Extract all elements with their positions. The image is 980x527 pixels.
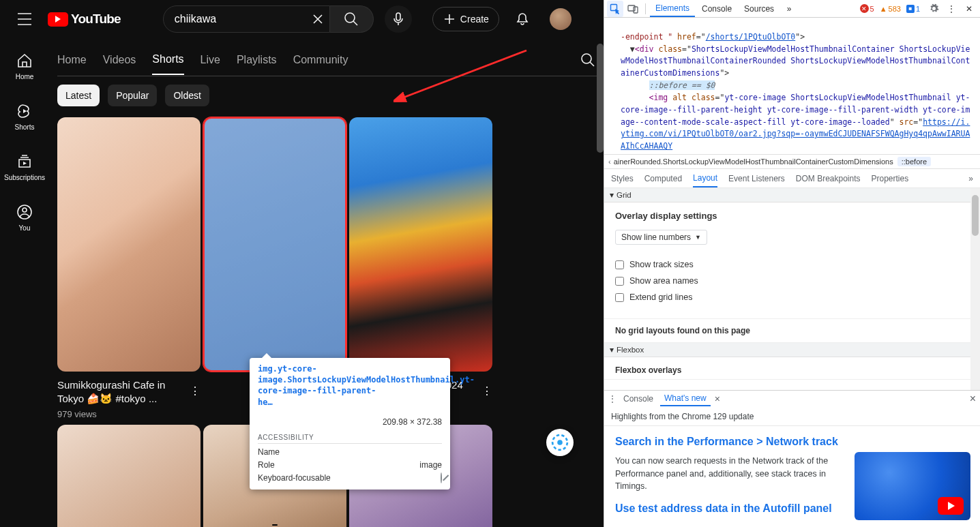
devtools-more-tabs[interactable]: »	[781, 1, 797, 17]
youtube-play-icon	[48, 12, 68, 27]
elements-dom-tree[interactable]: -endpoint " href="/shorts/1PQtuOlbOT0"> …	[604, 18, 980, 154]
voice-search-button[interactable]	[385, 5, 412, 33]
inspect-element-button[interactable]	[607, 1, 623, 17]
extension-badge[interactable]	[546, 429, 574, 456]
subtabs-more[interactable]: »	[968, 174, 973, 183]
search-clear-button[interactable]	[311, 12, 325, 26]
tooltip-dimensions: 209.98 × 372.38	[383, 417, 442, 427]
not-focusable-icon	[441, 472, 442, 483]
grid-section-header[interactable]: ▾ Grid	[604, 188, 980, 202]
grid-dropdown[interactable]: Show line numbers ▼	[615, 230, 707, 245]
youtube-header: YouTube Create	[0, 0, 604, 38]
subtab-computed[interactable]: Computed	[644, 170, 682, 187]
flexbox-section-header[interactable]: ▾ Flexbox	[604, 343, 980, 357]
drawer-tab-console[interactable]: Console	[619, 392, 657, 406]
warning-count[interactable]: ▲583	[880, 5, 901, 13]
subtab-properties[interactable]: Properties	[872, 170, 909, 187]
subtab-styles[interactable]: Styles	[611, 170, 634, 187]
account-avatar[interactable]	[550, 8, 571, 30]
devtools-settings-button[interactable]	[925, 1, 942, 17]
subtab-layout[interactable]: Layout	[693, 170, 717, 187]
drawer-tablist: ⋮ Console What's new × ×	[604, 390, 980, 408]
drawer-kebab[interactable]: ⋮	[608, 394, 617, 404]
mini-sidebar: Home Shorts Subscriptions You	[0, 38, 49, 527]
article-body: You can now search requests in the Netwo…	[615, 455, 833, 493]
sort-chip-row: Latest Popular Oldest	[57, 85, 604, 106]
notifications-button[interactable]	[509, 5, 536, 33]
device-toolbar-button[interactable]	[625, 1, 641, 17]
youtube-logo-text: YouTube	[71, 12, 121, 27]
chip-popular[interactable]: Popular	[108, 85, 157, 106]
channel-search-button[interactable]	[580, 52, 595, 67]
check-track-sizes[interactable]: Show track sizes	[615, 260, 969, 269]
create-button[interactable]: Create	[432, 7, 499, 31]
tooltip-accessibility-heading: ACCESSIBILITY	[258, 434, 442, 444]
short-more-button[interactable]: ⋮	[479, 382, 495, 399]
tab-videos[interactable]: Videos	[103, 54, 136, 74]
devtools-toolbar: Elements Console Sources » ✕5 ▲583 ■1 ⋮ …	[604, 0, 980, 18]
guide-menu-button[interactable]	[11, 5, 38, 33]
flexbox-overlays-heading: Flexbox overlays	[615, 365, 969, 375]
devtools-inspector-tooltip: img.yt-core-image.ShortsLockupViewModelH…	[250, 358, 450, 490]
search-bar	[163, 5, 374, 33]
svg-rect-10	[634, 7, 638, 13]
issue-count[interactable]: ■1	[906, 5, 920, 13]
overlay-settings-heading: Overlay display settings	[615, 211, 969, 221]
breadcrumb-bar[interactable]: ‹ ainerRounded.ShortsLockupViewModelHost…	[604, 154, 980, 169]
drawer-tab-whatsnew[interactable]: What's new	[660, 391, 711, 406]
tab-live[interactable]: Live	[201, 54, 220, 74]
no-grid-message: No grid layouts found on this page	[604, 319, 980, 343]
svg-point-4	[582, 54, 591, 63]
scrollbar-thumb[interactable]	[597, 44, 604, 153]
search-input[interactable]	[175, 13, 311, 25]
short-title: Sumikkogurashi Cafe in Tokyo 🍰🐱 #tokyo .…	[57, 378, 201, 406]
tab-playlists[interactable]: Playlists	[237, 54, 277, 74]
sidebar-item-shorts[interactable]: Shorts	[0, 91, 49, 142]
chip-latest[interactable]: Latest	[57, 85, 100, 106]
short-more-button[interactable]: ⋮	[187, 382, 203, 399]
drawer-close[interactable]: ×	[970, 393, 976, 405]
article-heading: Search in the Performance > Network trac…	[615, 436, 969, 448]
tab-shorts[interactable]: Shorts	[152, 53, 183, 75]
short-thumbnail[interactable]	[57, 425, 201, 528]
chip-oldest[interactable]: Oldest	[165, 85, 209, 106]
tab-home[interactable]: Home	[57, 54, 87, 74]
devtools-tab-console[interactable]: Console	[696, 1, 737, 16]
whatsnew-subtitle: Highlights from the Chrome 129 update	[604, 408, 980, 426]
youtube-logo[interactable]: YouTube	[44, 12, 130, 27]
error-count[interactable]: ✕5	[860, 4, 874, 13]
create-label: Create	[460, 14, 489, 25]
styles-subtabs: Styles Computed Layout Event Listeners D…	[604, 169, 980, 188]
subtab-event-listeners[interactable]: Event Listeners	[728, 170, 785, 187]
sidebar-item-home[interactable]: Home	[0, 41, 49, 91]
svg-point-7	[557, 440, 563, 445]
breadcrumb-pseudo[interactable]: ::before	[897, 157, 931, 166]
channel-tablist: Home Videos Shorts Live Playlists Commun…	[57, 44, 604, 76]
breadcrumb-scroll-left[interactable]: ‹	[608, 157, 611, 166]
devtools-panel: Elements Console Sources » ✕5 ▲583 ■1 ⋮ …	[604, 0, 980, 527]
short-thumbnail[interactable]	[57, 117, 201, 372]
article-thumbnail	[855, 452, 970, 520]
devtools-tab-sources[interactable]: Sources	[739, 1, 779, 16]
short-thumbnail-highlighted[interactable]	[203, 117, 346, 372]
check-extend-lines[interactable]: Extend grid lines	[615, 292, 969, 302]
short-thumbnail[interactable]	[349, 117, 492, 372]
sidebar-item-subscriptions[interactable]: Subscriptions	[0, 142, 49, 192]
short-card-1[interactable]: Sumikkogurashi Cafe in Tokyo 🍰🐱 #tokyo .…	[57, 117, 201, 419]
devtools-kebab-menu[interactable]: ⋮	[943, 1, 960, 17]
sidebar-item-you[interactable]: You	[0, 192, 49, 243]
tab-community[interactable]: Community	[293, 54, 348, 74]
short-views: 979 views	[57, 409, 201, 419]
devtools-tab-elements[interactable]: Elements	[650, 1, 695, 17]
svg-point-3	[23, 208, 27, 212]
svg-rect-1	[396, 13, 400, 20]
devtools-close-button[interactable]: ✕	[961, 1, 977, 17]
svg-point-0	[345, 13, 355, 22]
layout-panel-scrollbar[interactable]	[970, 188, 980, 390]
search-button[interactable]	[330, 5, 374, 33]
tooltip-selector: img.yt-core-image.ShortsLockupViewModelH…	[258, 363, 386, 408]
drawer-tab-close[interactable]: ×	[715, 393, 720, 404]
check-area-names[interactable]: Show area names	[615, 276, 969, 286]
subtab-dom-breakpoints[interactable]: DOM Breakpoints	[796, 170, 861, 187]
